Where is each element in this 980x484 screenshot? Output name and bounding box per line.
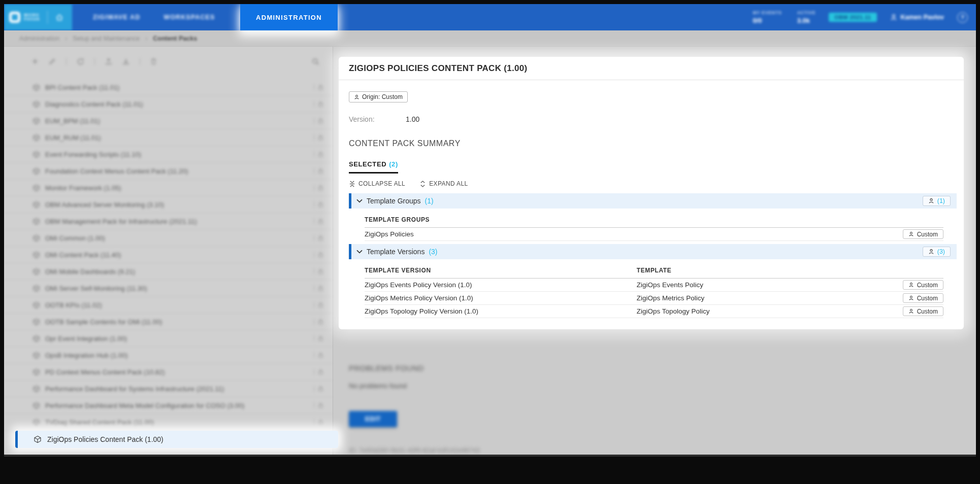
custom-badge-label: Custom (917, 282, 938, 289)
template-version-cell: ZigiOps Topology Policy Version (1.0) (365, 307, 637, 315)
tab-selected[interactable]: SELECTED (2) (349, 160, 398, 174)
lock-icon (318, 319, 323, 325)
refresh-icon[interactable] (77, 58, 84, 65)
template-version-cell: ZigiOps Metrics Policy Version (1.0) (365, 294, 637, 302)
content-pack-list-sidebar: BPI Content Pack (11.01) Diagnostics Con… (4, 47, 333, 455)
content-pack-label: Monitor Framework (1.05) (45, 184, 121, 192)
content-pack-label: OpsB Integration Hub (1.00) (45, 352, 128, 359)
content-pack-list-item[interactable]: Performance Dashboard for Systems Infras… (4, 381, 333, 397)
content-pack-label: OMi Mobile Dashboards (9.21) (45, 268, 135, 275)
content-pack-list-item[interactable]: EUM_RUM (11.01) (4, 129, 333, 146)
section-template-groups[interactable]: Template Groups (1) (1) (349, 193, 957, 209)
tab-administration[interactable]: ADMINISTRATION (240, 4, 338, 30)
upload-icon[interactable] (105, 58, 112, 65)
breadcrumb-current: Content Packs (153, 35, 197, 42)
divider (47, 11, 48, 24)
content-pack-label: Diagnostics Content Pack (11.01) (45, 100, 143, 108)
divider (314, 118, 314, 124)
divider (314, 235, 314, 241)
panel-body: Origin: Custom Version: 1.00 CONTENT PAC… (339, 80, 964, 329)
home-icon[interactable] (55, 13, 63, 21)
content-pack-icon (32, 268, 40, 275)
signed-indicator (314, 402, 323, 408)
custom-badge-label: Custom (917, 295, 938, 302)
person-icon (908, 231, 914, 237)
breadcrumb-bar: Administration › Setup and Maintenance ›… (4, 30, 976, 47)
lock-icon (318, 369, 323, 375)
content-pack-id: ID: 7e50d280-5b31-43f9-82af-b3f142e96743 (349, 446, 958, 454)
content-pack-list-item[interactable]: Diagnostics Content Pack (11.01) (4, 96, 333, 113)
breadcrumb-link[interactable]: Administration (19, 35, 59, 42)
brand-text: MICROFOCUS (24, 13, 40, 21)
content-pack-list-item[interactable]: BPI Content Pack (11.01) (4, 79, 333, 96)
divider (314, 84, 314, 90)
nav-tab[interactable]: WORKSPACES (152, 4, 226, 30)
template-group-name: ZigiOps Policies (365, 230, 414, 238)
content-pack-list-item[interactable]: OBM Management Pack for Infrastructure (… (4, 213, 333, 230)
breadcrumb-separator: › (145, 35, 147, 42)
content-pack-label: TVDiag Shared Content Pack (11.00) (45, 419, 154, 426)
content-pack-list-item[interactable]: Event Forwarding Scripts (11.10) (4, 146, 333, 163)
content-pack-list-item[interactable]: Monitor Framework (1.05) (4, 180, 333, 196)
table-row[interactable]: ZigiOps Policies Custom (365, 228, 943, 241)
content-pack-list-item[interactable]: TVDiag Shared Content Pack (11.00) (4, 414, 333, 431)
section-title: Template Versions (367, 248, 424, 256)
content-pack-icon (32, 301, 40, 309)
section-badge-count: (1) (937, 197, 945, 204)
content-pack-icon (32, 100, 40, 108)
nav-tab[interactable]: ZIGIWAVE AD (81, 4, 152, 30)
sidebar-toolbar (4, 47, 333, 76)
content-pack-list-item[interactable]: OMi Server Self-Monitoring (11.30) (4, 280, 333, 297)
divider (314, 168, 314, 174)
content-pack-list-item[interactable]: OOTB Sample Contents for OMi (11.00) (4, 314, 333, 330)
divider (94, 58, 95, 65)
content-pack-list-item[interactable]: Performance Dashboard Meta Model Configu… (4, 397, 333, 414)
collapse-all-button[interactable]: COLLAPSE ALL (349, 180, 405, 187)
collapse-all-icon (349, 181, 355, 187)
divider (314, 386, 314, 392)
search-icon[interactable] (312, 58, 319, 65)
content-pack-list-item[interactable]: OMi Content Pack (11.40) (4, 247, 333, 263)
download-icon[interactable] (122, 58, 129, 65)
person-icon (928, 198, 934, 204)
content-pack-list-item[interactable]: OMi Common (1.00) (4, 230, 333, 247)
table-row[interactable]: ZigiOps Topology Policy Version (1.0) Zi… (365, 305, 943, 318)
problems-heading: PROBLEMS FOUND (349, 364, 958, 372)
edit-icon[interactable] (49, 58, 56, 65)
sidebar-blurred-region: BPI Content Pack (11.01) Diagnostics Con… (4, 47, 333, 455)
stat-block[interactable]: MY EVENTS 0/0 (753, 10, 781, 24)
user-menu[interactable]: Kamen Pavlov (890, 14, 944, 21)
help-icon[interactable]: ? (957, 12, 968, 23)
content-pack-list-item[interactable]: OpsB Integration Hub (1.00) (4, 347, 333, 364)
content-pack-icon (32, 234, 40, 242)
stat-block[interactable]: ACTIVE 3.0k (797, 10, 816, 24)
expand-all-label: EXPAND ALL (429, 180, 468, 187)
origin-badge-label: Origin: Custom (362, 93, 403, 100)
collapse-all-label: COLLAPSE ALL (358, 180, 405, 187)
top-nav-blurred-region: MICROFOCUS ZIGIWAVE AD WORKSPACES (4, 4, 976, 30)
content-pack-list-item[interactable]: Foundation Context Menus Content Pack (1… (4, 163, 333, 180)
add-icon[interactable] (31, 58, 39, 65)
breadcrumb-link[interactable]: Setup and Maintenance (73, 35, 140, 42)
content-pack-icon (32, 318, 40, 326)
chevron-down-icon (356, 199, 363, 203)
content-pack-list-item[interactable]: OMi Mobile Dashboards (9.21) (4, 263, 333, 280)
lock-icon (318, 268, 323, 274)
divider (314, 218, 314, 224)
content-pack-label: Performance Dashboard Meta Model Configu… (45, 402, 244, 409)
edit-button[interactable]: EDIT (349, 411, 397, 427)
table-row[interactable]: ZigiOps Events Policy Version (1.0) Zigi… (365, 279, 943, 292)
content-pack-label: Event Forwarding Scripts (11.10) (45, 151, 141, 158)
content-pack-list-item-selected[interactable]: ZigiOps Policies Content Pack (1.00) (15, 431, 338, 448)
content-pack-list-item[interactable]: OOTB KPIs (11.02) (4, 297, 333, 314)
panel-header: ZIGIOPS POLICIES CONTENT PACK (1.00) (339, 57, 964, 80)
content-pack-list-item[interactable]: OBM Advanced Server Monitoring (3.10) (4, 196, 333, 213)
content-pack-icon (32, 84, 40, 91)
expand-all-button[interactable]: EXPAND ALL (419, 180, 468, 187)
section-template-versions[interactable]: Template Versions (3) (3) (349, 244, 957, 259)
content-pack-list-item[interactable]: EUM_BPM (11.01) (4, 113, 333, 129)
content-pack-list-item[interactable]: Opr Event Integration (1.00) (4, 330, 333, 347)
table-row[interactable]: ZigiOps Metrics Policy Version (1.0) Zig… (365, 292, 943, 305)
delete-icon[interactable] (150, 58, 157, 65)
content-pack-list-item[interactable]: PD Context Menus Content Pack (10.82) (4, 364, 333, 381)
